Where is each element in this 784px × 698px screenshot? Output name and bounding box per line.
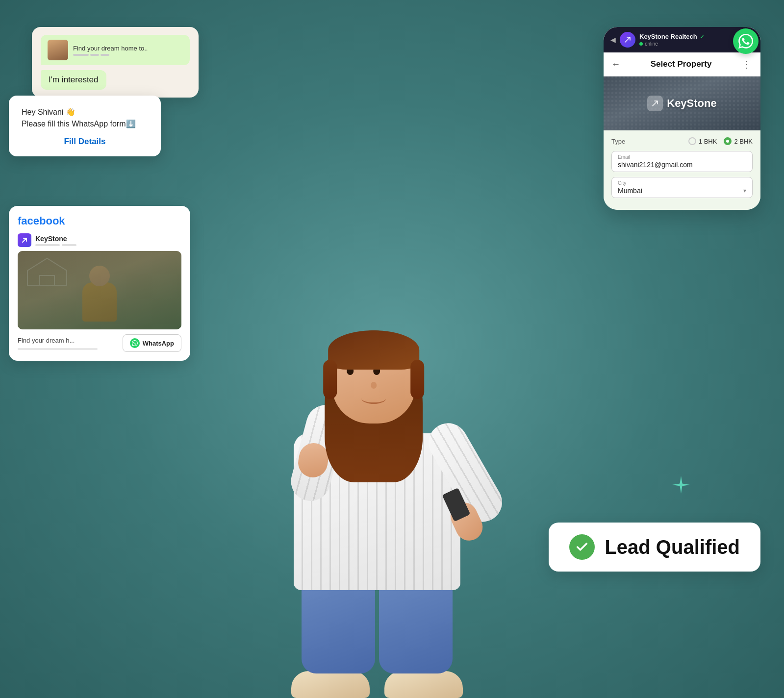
wa-avatar (620, 32, 635, 48)
form-menu-icon[interactable]: ⋮ (742, 58, 753, 70)
facebook-ad-text: Find your dream h... (18, 337, 118, 344)
keystone-page-icon (18, 233, 31, 247)
facebook-ad-image (18, 251, 181, 329)
form-title: Select Property (651, 59, 712, 69)
bhk-2-option[interactable]: 2 BHK (724, 137, 753, 145)
check-circle-icon (569, 534, 595, 560)
whatsapp-cta-button[interactable]: WhatsApp (123, 334, 181, 352)
city-row: Mumbai ▾ (618, 187, 746, 195)
facebook-page-info: KeyStone (35, 235, 76, 246)
online-indicator (639, 42, 643, 46)
email-field-group: Email shivani2121@gmail.com (611, 151, 753, 172)
property-name-label: KeyStone (647, 96, 716, 111)
property-name: KeyStone (667, 97, 716, 110)
ad-message-content: Find your dream home to.. (73, 45, 148, 56)
bhk-radio-group: 1 BHK 2 BHK (688, 137, 753, 145)
user-message-bubble: I'm interested (41, 70, 106, 90)
sparkle-decoration (671, 475, 691, 495)
keystone-icon (647, 96, 663, 111)
whatsapp-btn-icon (130, 338, 140, 348)
facebook-logo: facebook (18, 215, 181, 227)
phone-form-header: ← Select Property ⋮ (604, 52, 760, 76)
bhk-1-option[interactable]: 1 BHK (688, 137, 717, 145)
city-value[interactable]: Mumbai (618, 187, 642, 195)
ad-text: Find your dream home to.. (73, 45, 148, 52)
online-status: online (645, 41, 658, 47)
wa-contact-name: KeyStone Realtech (639, 33, 697, 40)
city-field-group: City Mumbai ▾ (611, 177, 753, 198)
property-image: KeyStone (604, 76, 760, 130)
facebook-page-row: KeyStone (18, 233, 181, 247)
email-label: Email (618, 154, 746, 160)
chat-bubble-container: Find your dream home to.. I'm interested (32, 27, 199, 98)
bhk-2-label: 2 BHK (734, 138, 753, 145)
fill-details-link[interactable]: Fill Details (22, 137, 148, 147)
bhk-1-radio[interactable] (688, 137, 696, 145)
ad-avatar (48, 40, 68, 60)
whatsapp-greeting: Hey Shivani 👋 Please fill this WhatsApp … (22, 106, 148, 130)
facebook-page-name: KeyStone (35, 235, 76, 243)
whatsapp-form-card: Hey Shivani 👋 Please fill this WhatsApp … (9, 96, 161, 156)
lead-qualified-badge: Lead Qualified (549, 523, 760, 572)
ad-message-bubble: Find your dream home to.. (41, 35, 190, 65)
lead-qualified-text: Lead Qualified (605, 536, 740, 558)
type-label: Type (611, 138, 625, 145)
facebook-ad-bottom: Find your dream h... WhatsApp (18, 334, 181, 352)
phone-mockup: ◀ KeyStone Realtech ✓ online (604, 27, 760, 210)
city-label: City (618, 180, 746, 186)
wa-verified-icon: ✓ (700, 33, 705, 40)
type-field-row: Type 1 BHK 2 BHK (611, 137, 753, 145)
center-person (225, 61, 529, 698)
form-back-arrow[interactable]: ← (611, 59, 620, 70)
email-value[interactable]: shivani2121@gmail.com (618, 161, 746, 169)
bhk-1-label: 1 BHK (699, 138, 717, 145)
phone-form-fields: Type 1 BHK 2 BHK Email shivani2121@gmail… (604, 130, 760, 210)
bhk-2-radio[interactable] (724, 137, 732, 145)
facebook-ad-card: facebook KeyStone (9, 206, 190, 361)
whatsapp-btn-label: WhatsApp (143, 340, 174, 347)
whatsapp-corner-icon (733, 28, 759, 54)
wa-back-icon: ◀ (610, 36, 616, 44)
chevron-down-icon[interactable]: ▾ (743, 187, 746, 194)
